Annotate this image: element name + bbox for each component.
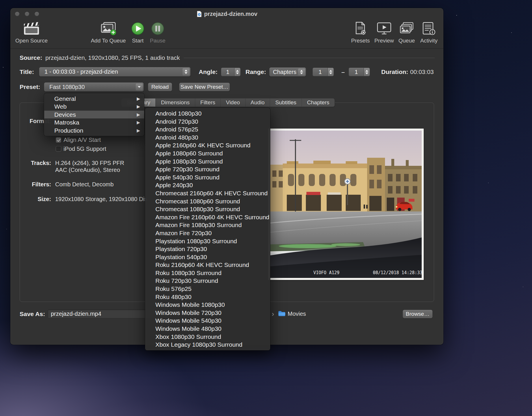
device-preset-item[interactable]: Roku 1080p30 Surround — [145, 269, 270, 277]
window-title-area: przejazd-dzien.mov — [196, 11, 257, 17]
submenu-arrow-icon: ▶ — [137, 111, 140, 118]
traffic-lights — [15, 12, 39, 16]
device-preset-item[interactable]: Roku 576p25 — [145, 285, 270, 293]
device-preset-item[interactable]: Roku 720p30 Surround — [145, 277, 270, 285]
preset-category-matroska[interactable]: Matroska▶ — [44, 118, 144, 126]
filters-value: Comb Detect, Decomb — [55, 180, 114, 188]
device-preset-item[interactable]: Amazon Fire 2160p60 4K HEVC Surround — [145, 213, 270, 221]
preset-category-label: General — [54, 95, 76, 103]
device-preset-item[interactable]: Apple 720p30 Surround — [145, 165, 270, 173]
device-preset-item[interactable]: Android 1080p30 — [145, 109, 270, 118]
device-preset-item[interactable]: Android 480p30 — [145, 133, 270, 142]
close-window-button[interactable] — [15, 12, 19, 16]
range-to-value: 1 — [349, 68, 364, 76]
source-row: Source: przejazd-dzien, 1920x1080, 25 FP… — [10, 54, 443, 62]
dashcam-camera-label: VIOFO A129 — [313, 270, 339, 275]
tab-dimensions[interactable]: Dimensions — [156, 99, 195, 107]
add-to-queue-button[interactable]: Add To Queue — [90, 21, 127, 47]
title-popup[interactable]: 1 - 00:03:03 - przejazd-dzien — [39, 67, 191, 77]
reload-button[interactable]: Reload — [148, 83, 172, 91]
window-title: przejazd-dzien.mov — [204, 11, 257, 17]
device-preset-item[interactable]: Xbox 1080p30 Surround — [145, 333, 270, 341]
device-preset-item[interactable]: Playstation 720p30 — [145, 245, 270, 253]
queue-button[interactable]: Queue — [397, 21, 416, 47]
tracks-line2: AAC (CoreAudio), Stereo — [55, 166, 120, 174]
presets-button[interactable]: Presets — [349, 21, 371, 47]
ipod-checkrow[interactable]: iPod 5G Support — [56, 146, 106, 152]
device-preset-item[interactable]: Windows Mobile 480p30 — [145, 325, 270, 333]
preset-popup[interactable]: Fast 1080p30 — [44, 82, 144, 92]
start-button[interactable]: Start — [129, 21, 147, 47]
preset-category-label: Production — [54, 127, 83, 134]
device-preset-item[interactable]: Chromecast 2160p60 4K HEVC Surround — [145, 189, 270, 197]
preview-button[interactable]: Preview — [372, 21, 396, 47]
popup-chevrons-icon — [298, 68, 305, 75]
save-location[interactable]: Movies — [288, 309, 306, 318]
preview-label: Preview — [374, 38, 394, 44]
pause-button[interactable]: Pause — [148, 21, 167, 47]
stepper-arrows-icon[interactable] — [328, 68, 334, 76]
tracks-label: Tracks: — [20, 159, 51, 167]
pause-label: Pause — [150, 38, 165, 44]
device-preset-item[interactable]: Amazon Fire 1080p30 Surround — [145, 221, 270, 229]
pause-icon — [151, 21, 164, 36]
size-label: Size: — [20, 195, 51, 203]
device-preset-item[interactable]: Roku 480p30 — [145, 293, 270, 301]
popup-chevron-down-icon — [136, 83, 143, 90]
range-label: Range: — [245, 67, 266, 77]
device-preset-item[interactable]: Windows Mobile 1080p30 — [145, 301, 270, 309]
align-av-checkbox[interactable] — [56, 137, 61, 143]
submenu-arrow-icon: ▶ — [137, 95, 140, 103]
open-source-button[interactable]: Open Source — [13, 21, 50, 47]
minimize-window-button[interactable] — [25, 12, 29, 16]
tab-chapters[interactable]: Chapters — [302, 99, 334, 107]
preview-image: VIOFO A129 08/12/2018 14:28:33 — [268, 129, 424, 280]
preset-category-production[interactable]: Production▶ — [44, 127, 144, 134]
preset-category-general[interactable]: General▶ — [44, 95, 144, 103]
source-label: Source: — [20, 54, 42, 62]
browse-button[interactable]: Browse… — [403, 310, 433, 318]
device-preset-item[interactable]: Apple 540p30 Surround — [145, 173, 270, 181]
stepper-arrows-icon[interactable] — [234, 68, 241, 76]
device-preset-item[interactable]: Apple 240p30 — [145, 181, 270, 189]
add-to-queue-label: Add To Queue — [91, 38, 126, 44]
submenu-arrow-icon: ▶ — [137, 127, 140, 134]
activity-button[interactable]: Activity — [417, 21, 441, 47]
tab-subtitles[interactable]: Subtitles — [270, 99, 302, 107]
preset-label: Preset: — [20, 82, 40, 92]
range-type-popup[interactable]: Chapters — [269, 67, 306, 77]
device-preset-item[interactable]: Windows Mobile 540p30 — [145, 317, 270, 325]
device-preset-item[interactable]: Windows Mobile 720p30 — [145, 309, 270, 317]
range-to-stepper[interactable]: 1 — [349, 68, 370, 76]
tab-audio[interactable]: Audio — [245, 99, 270, 107]
align-av-checkrow[interactable]: Align A/V Start — [56, 137, 101, 143]
device-preset-item[interactable]: Apple 2160p60 4K HEVC Surround — [145, 141, 270, 149]
presets-icon — [354, 21, 367, 36]
tab-video[interactable]: Video — [221, 99, 245, 107]
device-preset-item[interactable]: Chromecast 1080p30 Surround — [145, 205, 270, 213]
range-type-value: Chapters — [269, 69, 296, 75]
save-new-preset-button[interactable]: Save New Preset… — [179, 83, 230, 91]
tab-filters[interactable]: Filters — [195, 99, 221, 107]
device-preset-item[interactable]: Chromecast 1080p60 Surround — [145, 197, 270, 205]
ipod-checkbox[interactable] — [56, 146, 61, 152]
device-preset-item[interactable]: Playstation 540p30 — [145, 253, 270, 261]
device-preset-item[interactable]: Amazon Fire 720p30 — [145, 229, 270, 237]
preset-row: Preset: Fast 1080p30 Reload Save New Pre… — [10, 82, 443, 92]
stepper-arrows-icon[interactable] — [364, 68, 370, 76]
device-preset-item[interactable]: Apple 1080p60 Surround — [145, 149, 270, 157]
zoom-window-button[interactable] — [35, 12, 39, 16]
device-preset-item[interactable]: Playstation 1080p30 Surround — [145, 237, 270, 245]
device-preset-item[interactable]: Android 720p30 — [145, 118, 270, 126]
device-preset-item[interactable]: Apple 1080p30 Surround — [145, 157, 270, 166]
range-from-value: 1 — [312, 68, 328, 76]
queue-label: Queue — [398, 38, 415, 44]
clapperboard-icon — [23, 21, 40, 36]
device-preset-item[interactable]: Roku 2160p60 4K HEVC Surround — [145, 261, 270, 269]
angle-stepper[interactable]: 1 — [221, 68, 241, 76]
device-preset-item[interactable]: Xbox Legacy 1080p30 Surround — [145, 341, 270, 349]
preset-category-web[interactable]: Web▶ — [44, 103, 144, 110]
device-preset-item[interactable]: Android 576p25 — [145, 125, 270, 133]
range-from-stepper[interactable]: 1 — [312, 68, 334, 76]
preset-category-devices[interactable]: Devices▶ — [44, 111, 144, 118]
